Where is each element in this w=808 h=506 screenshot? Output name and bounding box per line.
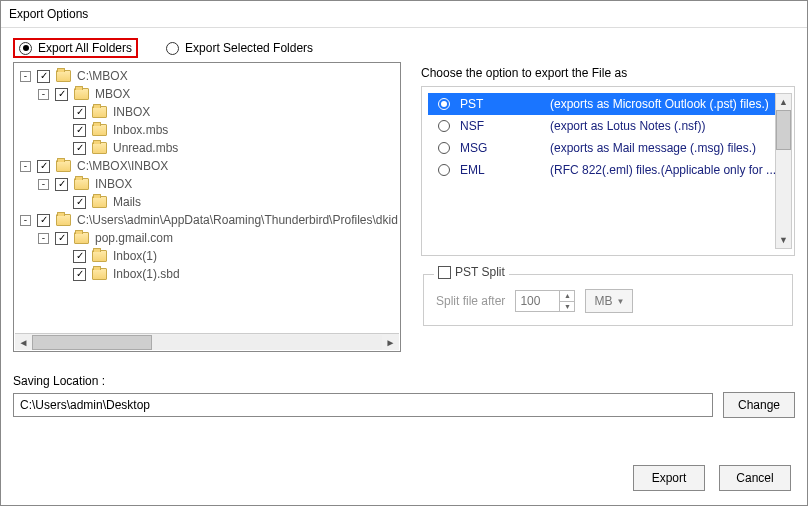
collapse-icon[interactable]: - — [38, 89, 49, 100]
radio-icon — [438, 120, 450, 132]
tree-row[interactable]: Unread.mbs — [16, 139, 398, 157]
tree-item-label: INBOX — [95, 177, 132, 191]
split-unit-dropdown[interactable]: MB ▼ — [585, 289, 633, 313]
format-option-pst[interactable]: PST(exports as Microsoft Outlook (.pst) … — [428, 93, 788, 115]
tree-checkbox[interactable] — [55, 88, 68, 101]
tree-checkbox[interactable] — [73, 124, 86, 137]
tree-item-label: MBOX — [95, 87, 130, 101]
format-option-msg[interactable]: MSG(exports as Mail message (.msg) files… — [428, 137, 788, 159]
folder-icon — [92, 196, 107, 208]
radio-icon — [438, 142, 450, 154]
collapse-icon[interactable]: - — [38, 233, 49, 244]
tree-horizontal-scrollbar[interactable]: ◄ ► — [15, 333, 399, 350]
split-unit-label: MB — [594, 294, 612, 308]
format-desc: (exports as Microsoft Outlook (.pst) fil… — [550, 97, 782, 111]
spin-up-icon[interactable]: ▲ — [560, 291, 574, 302]
format-name: MSG — [460, 141, 540, 155]
tree-row[interactable]: -C:\Users\admin\AppData\Roaming\Thunderb… — [16, 211, 398, 229]
tree-row[interactable]: Inbox.mbs — [16, 121, 398, 139]
folder-icon — [74, 88, 89, 100]
format-desc: (RFC 822(.eml) files.(Applicable only fo… — [550, 163, 782, 177]
tree-checkbox[interactable] — [73, 268, 86, 281]
scroll-thumb[interactable] — [776, 110, 791, 150]
scroll-down-icon[interactable]: ▼ — [776, 232, 791, 248]
folder-icon — [74, 178, 89, 190]
tree-item-label: C:\MBOX\INBOX — [77, 159, 168, 173]
cancel-button[interactable]: Cancel — [719, 465, 791, 491]
tree-row[interactable]: -INBOX — [16, 175, 398, 193]
radio-icon — [438, 164, 450, 176]
export-selected-folders-radio[interactable]: Export Selected Folders — [160, 38, 319, 58]
tree-checkbox[interactable] — [37, 160, 50, 173]
tree-item-label: Inbox.mbs — [113, 123, 168, 137]
tree-row[interactable]: -C:\MBOX — [16, 67, 398, 85]
split-file-after-label: Split file after — [436, 294, 505, 308]
tree-item-label: Mails — [113, 195, 141, 209]
pst-split-legend-label: PST Split — [455, 265, 505, 279]
format-desc: (exports as Mail message (.msg) files.) — [550, 141, 782, 155]
format-desc: (export as Lotus Notes (.nsf)) — [550, 119, 782, 133]
format-name: NSF — [460, 119, 540, 133]
tree-checkbox[interactable] — [37, 214, 50, 227]
format-name: PST — [460, 97, 540, 111]
collapse-icon[interactable]: - — [20, 71, 31, 82]
collapse-icon[interactable]: - — [20, 215, 31, 226]
collapse-icon[interactable]: - — [38, 179, 49, 190]
scroll-up-icon[interactable]: ▲ — [776, 94, 791, 110]
tree-row[interactable]: Inbox(1).sbd — [16, 265, 398, 283]
tree-item-label: INBOX — [113, 105, 150, 119]
tree-item-label: Unread.mbs — [113, 141, 178, 155]
radio-icon — [438, 98, 450, 110]
export-selected-folders-label: Export Selected Folders — [185, 41, 313, 55]
folder-icon — [92, 106, 107, 118]
chevron-down-icon: ▼ — [616, 297, 624, 306]
scroll-right-icon[interactable]: ► — [382, 335, 399, 350]
tree-checkbox[interactable] — [73, 250, 86, 263]
collapse-icon[interactable]: - — [20, 161, 31, 172]
tree-row[interactable]: Inbox(1) — [16, 247, 398, 265]
format-vertical-scrollbar[interactable]: ▲ ▼ — [775, 93, 792, 249]
radio-icon — [166, 42, 179, 55]
tree-row[interactable]: -C:\MBOX\INBOX — [16, 157, 398, 175]
window-title: Export Options — [1, 1, 807, 28]
folder-icon — [56, 214, 71, 226]
scroll-thumb[interactable] — [32, 335, 152, 350]
tree-row[interactable]: Mails — [16, 193, 398, 211]
pst-split-group: PST Split Split file after 100 ▲ ▼ MB ▼ — [423, 274, 793, 326]
folder-icon — [92, 268, 107, 280]
format-option-nsf[interactable]: NSF(export as Lotus Notes (.nsf)) — [428, 115, 788, 137]
tree-item-label: Inbox(1).sbd — [113, 267, 180, 281]
tree-checkbox[interactable] — [73, 142, 86, 155]
tree-checkbox[interactable] — [55, 178, 68, 191]
tree-checkbox[interactable] — [37, 70, 50, 83]
export-all-folders-radio[interactable]: Export All Folders — [13, 38, 138, 58]
tree-checkbox[interactable] — [73, 196, 86, 209]
tree-item-label: pop.gmail.com — [95, 231, 173, 245]
tree-row[interactable]: -MBOX — [16, 85, 398, 103]
format-option-eml[interactable]: EML(RFC 822(.eml) files.(Applicable only… — [428, 159, 788, 181]
tree-row[interactable]: -pop.gmail.com — [16, 229, 398, 247]
split-size-value: 100 — [520, 294, 540, 308]
export-button[interactable]: Export — [633, 465, 705, 491]
saving-location-input[interactable] — [13, 393, 713, 417]
folder-icon — [56, 70, 71, 82]
tree-item-label: Inbox(1) — [113, 249, 157, 263]
folder-icon — [92, 142, 107, 154]
scroll-left-icon[interactable]: ◄ — [15, 335, 32, 350]
export-all-folders-label: Export All Folders — [38, 41, 132, 55]
pst-split-checkbox[interactable] — [438, 266, 451, 279]
export-scope-radio-group: Export All Folders Export Selected Folde… — [13, 38, 319, 58]
saving-location-label: Saving Location : — [13, 374, 795, 388]
tree-checkbox[interactable] — [73, 106, 86, 119]
radio-icon — [19, 42, 32, 55]
tree-row[interactable]: INBOX — [16, 103, 398, 121]
tree-checkbox[interactable] — [55, 232, 68, 245]
format-list-box: PST(exports as Microsoft Outlook (.pst) … — [421, 86, 795, 256]
tree-item-label: C:\Users\admin\AppData\Roaming\Thunderbi… — [77, 213, 398, 227]
spin-down-icon[interactable]: ▼ — [560, 302, 574, 312]
change-button[interactable]: Change — [723, 392, 795, 418]
folder-icon — [92, 124, 107, 136]
tree-item-label: C:\MBOX — [77, 69, 128, 83]
split-size-input[interactable]: 100 ▲ ▼ — [515, 290, 575, 312]
folder-tree[interactable]: -C:\MBOX-MBOXINBOXInbox.mbsUnread.mbs-C:… — [13, 62, 401, 352]
